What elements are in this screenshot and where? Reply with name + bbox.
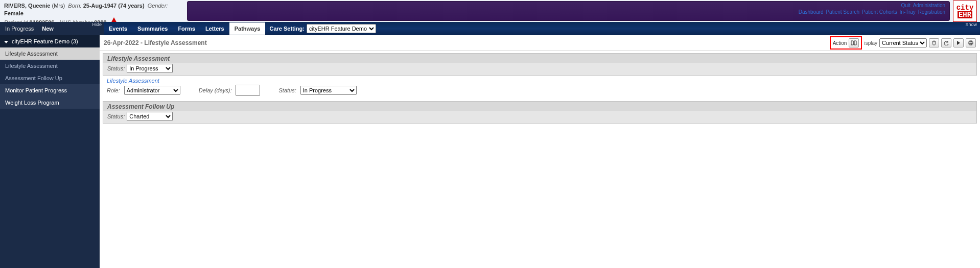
care-setting: Care Setting: cityEHR Feature Demo xyxy=(265,24,376,33)
action-box-highlight: Action xyxy=(830,36,862,50)
tab-pathways[interactable]: Pathways xyxy=(229,22,266,35)
tab-summaries[interactable]: Summaries xyxy=(132,22,173,35)
patient-cohorts-link[interactable]: Patient Cohorts xyxy=(862,9,897,15)
sidebar-item-assessment-follow-up[interactable]: Assessment Follow Up xyxy=(0,72,100,84)
tab-letters[interactable]: Letters xyxy=(200,22,229,35)
tab-forms[interactable]: Forms xyxy=(173,22,200,35)
role-select[interactable]: Administrator xyxy=(124,86,180,95)
care-setting-select[interactable]: cityEHR Feature Demo xyxy=(307,24,376,33)
lifestyle-status-label: Status: xyxy=(107,65,125,71)
patient-given: Queenie xyxy=(28,3,50,9)
book-icon[interactable] xyxy=(849,38,859,47)
panel-followup: Assessment Follow Up Status: Charted xyxy=(103,101,977,124)
header-links: Quit Administration Dashboard Patient Se… xyxy=(798,3,945,15)
dashboard-link[interactable]: Dashboard xyxy=(799,9,824,15)
lifestyle-assessment-link[interactable]: Lifestyle Assessment xyxy=(103,76,977,84)
patient-gender: Female xyxy=(4,10,24,16)
sidebar-header[interactable]: cityEHR Feature Demo (3) xyxy=(0,35,100,47)
content: cityEHR Feature Demo (3) Lifestyle Asses… xyxy=(0,35,980,268)
logo: city EHR xyxy=(953,1,977,22)
admin-link[interactable]: Administration xyxy=(913,3,945,8)
gender-label: Gender: xyxy=(148,3,168,9)
display-label: isplay xyxy=(864,40,877,46)
sub-status-select[interactable]: In Progress xyxy=(300,86,357,95)
display-group: isplay Current Status xyxy=(864,38,976,47)
sidebar-item-lifestyle-assessment[interactable]: Lifestyle Assessment xyxy=(0,60,100,72)
mode-tabs: In Progress New Hide xyxy=(0,22,104,35)
sidebar-item-monitor-progress[interactable]: Monitor Patient Progress xyxy=(0,84,100,96)
patient-surname: RIVERS, xyxy=(4,3,27,9)
show-toolbar-link[interactable]: Show xyxy=(965,22,977,27)
followup-status-label: Status: xyxy=(107,113,125,119)
main-tabs: Events Summaries Forms Letters Pathways … xyxy=(104,22,376,35)
panel-lifestyle: Lifestyle Assessment Status: In Progress xyxy=(103,53,977,76)
logo-line1: city xyxy=(956,4,974,11)
born-label: Born: xyxy=(68,3,81,9)
registration-link[interactable]: Registration xyxy=(918,9,945,15)
patient-title: (Mrs) xyxy=(52,3,65,9)
sidebar-item-lifestyle-assessment-active[interactable]: Lifestyle Assessment xyxy=(0,47,100,60)
intray-link[interactable]: In-Tray xyxy=(900,9,916,15)
patient-banner: RIVERS, Queenie (Mrs) Born: 25-Aug-1947 … xyxy=(0,0,980,22)
chevron-down-icon xyxy=(4,41,8,43)
trash-icon[interactable] xyxy=(929,38,939,47)
care-setting-label: Care Setting: xyxy=(269,26,304,32)
title-row: 26-Apr-2022 - Lifestyle Assessment Actio… xyxy=(100,35,980,51)
header-bar: Quit Administration Dashboard Patient Se… xyxy=(187,1,950,21)
sub-status-label: Status: xyxy=(278,87,296,93)
panel-followup-body: Status: Charted xyxy=(103,111,977,124)
quit-link[interactable]: Quit xyxy=(901,3,911,8)
born-date: 25-Aug-1947 xyxy=(83,3,116,9)
role-label: Role: xyxy=(107,87,120,93)
tab-events[interactable]: Events xyxy=(104,22,132,35)
main-panel: 26-Apr-2022 - Lifestyle Assessment Actio… xyxy=(100,35,980,268)
tab-in-progress[interactable]: In Progress xyxy=(4,23,35,34)
sidebar-item-weight-loss[interactable]: Weight Loss Program xyxy=(0,96,100,109)
sidebar-header-label: cityEHR Feature Demo (3) xyxy=(12,38,78,44)
page-title: 26-Apr-2022 - Lifestyle Assessment xyxy=(104,39,207,46)
hide-sidebar-link[interactable]: Hide xyxy=(92,22,102,27)
logo-line2: EHR xyxy=(958,11,972,18)
lifestyle-status-select[interactable]: In Progress xyxy=(127,64,173,73)
sidebar: cityEHR Feature Demo (3) Lifestyle Asses… xyxy=(0,35,100,268)
undo-icon[interactable] xyxy=(941,38,951,47)
delay-input[interactable] xyxy=(236,85,260,96)
tab-new[interactable]: New xyxy=(41,23,55,34)
lifestyle-sub-body: Role: Administrator Delay (days): Status… xyxy=(103,84,977,99)
display-select[interactable]: Current Status xyxy=(879,38,927,47)
tabs-row: In Progress New Hide Events Summaries Fo… xyxy=(0,22,980,35)
print-icon[interactable] xyxy=(966,38,976,47)
panel-lifestyle-head: Lifestyle Assessment xyxy=(103,53,977,63)
play-icon[interactable] xyxy=(953,38,964,47)
panel-followup-head: Assessment Follow Up xyxy=(103,101,977,111)
delay-label: Delay (days): xyxy=(199,87,232,93)
action-label: Action xyxy=(833,40,847,46)
patient-age: (74 years) xyxy=(118,3,144,9)
svg-rect-1 xyxy=(970,41,972,42)
panel-lifestyle-body: Status: In Progress xyxy=(103,63,977,76)
patient-search-link[interactable]: Patient Search xyxy=(826,9,859,15)
followup-status-select[interactable]: Charted xyxy=(127,112,173,121)
